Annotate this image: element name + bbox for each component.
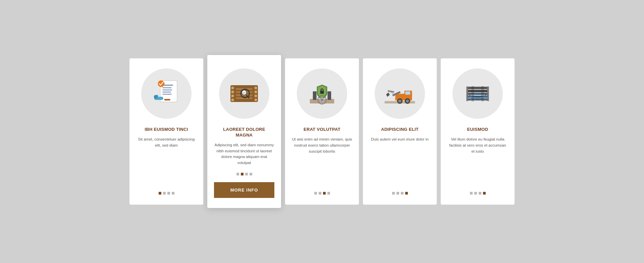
- card-3-title: ERAT VOLUTPAT: [304, 127, 340, 133]
- dot-5-3: [479, 192, 481, 195]
- card-2-icon-circle: [219, 68, 269, 119]
- svg-rect-56: [467, 87, 488, 89]
- svg-rect-10: [164, 99, 170, 101]
- svg-rect-4: [162, 92, 171, 93]
- svg-rect-12: [231, 87, 234, 89]
- dot-1-3: [167, 192, 170, 195]
- document-pipe-icon: [150, 78, 183, 109]
- dot-2-1: [236, 173, 239, 175]
- dot-3-3: [323, 192, 326, 195]
- dot-1-2: [163, 192, 166, 195]
- dot-3-2: [319, 192, 321, 195]
- card-1-title: IBH EUISMOD TINCI: [145, 127, 188, 133]
- card-2-desc: Adipiscing elit, sed diam nonummy nibh e…: [214, 142, 274, 166]
- card-3-icon-circle: [297, 68, 347, 119]
- svg-rect-5: [162, 94, 171, 95]
- dot-5-2: [474, 192, 477, 195]
- film-search-icon: [227, 78, 261, 109]
- dot-2-3: [245, 173, 248, 175]
- card-1: IBH EUISMOD TINCI Sit amet, consectetuer…: [129, 58, 203, 205]
- svg-rect-62: [487, 87, 489, 101]
- svg-point-50: [398, 100, 401, 103]
- dot-4-4: [405, 192, 408, 195]
- dot-5-4: [483, 192, 486, 195]
- dot-3-1: [314, 192, 317, 195]
- card-4-icon-circle: [375, 68, 425, 119]
- card-3-desc: Ut wisi enim ad minim veniam, quis nostr…: [292, 137, 352, 185]
- card-3: ERAT VOLUTPAT Ut wisi enim ad minim veni…: [285, 58, 359, 205]
- svg-rect-57: [467, 90, 488, 92]
- card-2-title: LAOREET DOLORE MAGNA: [214, 127, 274, 138]
- card-4-dots: [392, 192, 408, 195]
- card-2: LAOREET DOLORE MAGNA Adipiscing elit, se…: [207, 55, 281, 208]
- svg-rect-30: [313, 91, 317, 100]
- card-5-icon-circle: [452, 68, 503, 119]
- svg-point-52: [406, 100, 409, 103]
- svg-rect-66: [481, 86, 484, 101]
- card-1-icon-circle: [141, 68, 192, 119]
- dot-4-3: [401, 192, 404, 195]
- dot-3-4: [327, 192, 330, 195]
- svg-point-36: [321, 99, 323, 101]
- dot-1-1: [159, 192, 161, 195]
- svg-rect-3: [162, 90, 172, 91]
- card-4: ADIPISCING ELIT Duis autem vel eum iriur…: [363, 58, 437, 205]
- svg-rect-17: [255, 91, 257, 93]
- svg-rect-31: [327, 91, 331, 100]
- card-4-desc: Duis autem vel eum iriure dolor in: [371, 137, 428, 185]
- svg-rect-27: [243, 92, 246, 93]
- dot-1-4: [172, 192, 174, 195]
- svg-rect-16: [255, 87, 257, 89]
- card-5: EUISMOD Vel illum dolore eu feugiat null…: [441, 58, 515, 205]
- svg-rect-2: [162, 87, 171, 88]
- svg-rect-14: [231, 95, 234, 97]
- cards-container: IBH EUISMOD TINCI Sit amet, consectetuer…: [129, 58, 515, 205]
- svg-rect-48: [405, 91, 410, 95]
- svg-rect-61: [466, 87, 468, 101]
- card-5-title: EUISMOD: [467, 127, 488, 133]
- svg-rect-19: [255, 99, 257, 101]
- card-1-desc: Sit amet, consectetuer adipiscing elit, …: [136, 137, 197, 185]
- svg-point-6: [158, 80, 165, 87]
- card-5-desc: Vel illum dolore eu feugiat nulla facili…: [447, 137, 508, 185]
- lumber-icon: [461, 78, 494, 109]
- dot-2-4: [250, 173, 252, 175]
- card-4-title: ADIPISCING ELIT: [381, 127, 419, 133]
- shield-saw-icon: [305, 78, 339, 109]
- svg-rect-15: [231, 99, 234, 101]
- dot-4-2: [396, 192, 399, 195]
- svg-point-9: [154, 95, 158, 99]
- dot-5-1: [470, 192, 473, 195]
- more-info-button[interactable]: MORE INFO: [214, 182, 274, 198]
- dot-2-2: [241, 173, 244, 175]
- dot-4-1: [392, 192, 395, 195]
- excavator-icon: [383, 78, 417, 109]
- card-5-dots: [470, 192, 486, 195]
- svg-rect-13: [231, 91, 234, 93]
- card-3-dots: [314, 192, 330, 195]
- svg-rect-33: [320, 91, 324, 94]
- svg-rect-28: [243, 93, 245, 94]
- svg-rect-65: [472, 86, 474, 101]
- card-1-dots: [159, 192, 174, 195]
- card-2-dots: [236, 173, 252, 175]
- svg-rect-18: [255, 95, 257, 97]
